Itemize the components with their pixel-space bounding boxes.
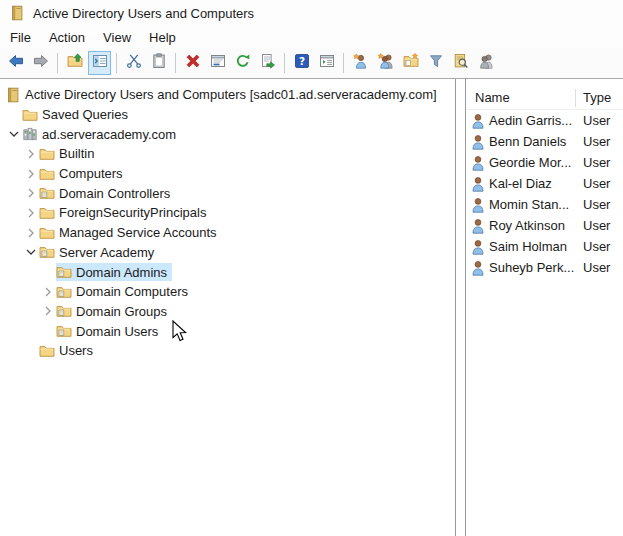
window-title: Active Directory Users and Computers <box>33 6 254 21</box>
user-type: User <box>576 239 610 254</box>
user-icon <box>471 239 486 255</box>
tree-item[interactable]: Active Directory Users and Computers [sa… <box>0 85 455 105</box>
menu-bar: FileActionViewHelp <box>0 26 623 48</box>
folder-icon <box>39 146 56 162</box>
toolbar-delete-button[interactable] <box>181 51 204 75</box>
toolbar-properties-button[interactable] <box>206 51 229 75</box>
tree-item[interactable]: Users <box>0 341 455 361</box>
tree-item[interactable]: Domain Admins <box>0 262 455 282</box>
toolbar-filter-button[interactable] <box>424 51 447 75</box>
toolbar-find-button[interactable] <box>449 51 472 75</box>
cut-icon <box>126 53 142 73</box>
forward-arrow-icon <box>33 53 49 73</box>
menu-item-help[interactable]: Help <box>140 28 185 47</box>
user-icon <box>471 218 486 234</box>
list-item[interactable]: Aedin Garris... User <box>466 110 623 131</box>
folder-icon <box>39 343 56 359</box>
user-type: User <box>576 155 610 170</box>
list-item[interactable]: Suheyb Perk... User <box>466 257 623 278</box>
properties-icon <box>210 53 226 73</box>
toolbar-up-one-level-button[interactable] <box>63 51 86 75</box>
console-tree-pane[interactable]: Active Directory Users and Computers [sa… <box>0 79 456 536</box>
ou-folder-icon <box>56 264 73 280</box>
user-name: Momin Stan... <box>489 197 576 212</box>
tree-item[interactable]: Managed Service Accounts <box>0 223 455 243</box>
toolbar-cut-button[interactable] <box>122 51 145 75</box>
tree-item-label: Active Directory Users and Computers [sa… <box>22 86 442 103</box>
menu-item-action[interactable]: Action <box>40 28 94 47</box>
main-area: Active Directory Users and Computers [sa… <box>0 79 623 536</box>
tree-item[interactable]: Domain Users <box>0 321 455 341</box>
list-item[interactable]: Saim Holman User <box>466 236 623 257</box>
tree-item[interactable]: Server Academy <box>0 243 455 263</box>
chevron-collapsed-icon[interactable] <box>22 146 39 162</box>
user-name: Aedin Garris... <box>489 113 576 128</box>
svg-text:?: ? <box>298 55 304 67</box>
toolbar-people-button[interactable] <box>474 51 497 75</box>
tree-item-label: Saved Queries <box>39 106 133 123</box>
toolbar-separator <box>116 53 117 73</box>
tree-item-label: Domain Controllers <box>56 185 175 202</box>
tree-item-label: Builtin <box>56 145 99 162</box>
list-item[interactable]: Benn Daniels User <box>466 131 623 152</box>
chevron-expanded-icon[interactable] <box>5 126 22 142</box>
chevron-placeholder <box>39 323 56 339</box>
tree-item[interactable]: ad.serveracademy.com <box>0 124 455 144</box>
list-item[interactable]: Roy Atkinson User <box>466 215 623 236</box>
tree-item[interactable]: Domain Controllers <box>0 183 455 203</box>
tree-item-label: Managed Service Accounts <box>56 224 222 241</box>
toolbar-new-group-button[interactable] <box>374 51 397 75</box>
tree-item[interactable]: Domain Computers <box>0 282 455 302</box>
toolbar-separator <box>175 53 176 73</box>
chevron-placeholder <box>5 107 22 123</box>
tree-item[interactable]: Computers <box>0 164 455 184</box>
list-item[interactable]: Momin Stan... User <box>466 194 623 215</box>
show-console-tree-icon <box>92 53 108 73</box>
pane-splitter[interactable] <box>456 79 465 536</box>
result-list-pane[interactable]: Name Type Aedin Garris... User Benn Dani… <box>465 79 623 536</box>
list-item[interactable]: Kal-el Diaz User <box>466 173 623 194</box>
chevron-collapsed-icon[interactable] <box>22 166 39 182</box>
toolbar-new-user-button[interactable] <box>349 51 372 75</box>
tree-item[interactable]: Domain Groups <box>0 302 455 322</box>
toolbar-clipboard-button[interactable] <box>147 51 170 75</box>
toolbar-help-button[interactable]: ? <box>290 51 313 75</box>
tree-item-label: Domain Admins <box>73 264 172 281</box>
tree-item-label: ad.serveracademy.com <box>39 126 181 143</box>
toolbar-refresh-button[interactable] <box>231 51 254 75</box>
delete-icon <box>185 53 201 73</box>
user-type: User <box>576 176 610 191</box>
chevron-placeholder <box>22 343 39 359</box>
filter-icon <box>428 53 444 73</box>
tree-item[interactable]: Saved Queries <box>0 105 455 125</box>
tree-item[interactable]: Builtin <box>0 144 455 164</box>
chevron-collapsed-icon[interactable] <box>22 185 39 201</box>
user-icon <box>471 155 486 171</box>
column-header-name[interactable]: Name <box>466 89 576 107</box>
menu-item-view[interactable]: View <box>94 28 140 47</box>
toolbar-console-window-button[interactable] <box>315 51 338 75</box>
ou-folder-icon <box>56 284 73 300</box>
folder-icon <box>39 225 56 241</box>
toolbar-new-ou-button[interactable] <box>399 51 422 75</box>
title-bar: Active Directory Users and Computers <box>0 0 623 26</box>
ou-folder-icon <box>39 185 56 201</box>
toolbar-export-list-button[interactable] <box>256 51 279 75</box>
toolbar-separator <box>343 53 344 73</box>
chevron-collapsed-icon[interactable] <box>22 205 39 221</box>
chevron-collapsed-icon[interactable] <box>22 225 39 241</box>
chevron-collapsed-icon[interactable] <box>39 284 56 300</box>
toolbar-show-console-tree-button[interactable] <box>88 51 111 75</box>
user-type: User <box>576 197 610 212</box>
toolbar-forward-arrow-button[interactable] <box>29 51 52 75</box>
back-arrow-icon <box>8 53 24 73</box>
toolbar-back-arrow-button[interactable] <box>4 51 27 75</box>
list-item[interactable]: Geordie Mor... User <box>466 152 623 173</box>
user-type: User <box>576 134 610 149</box>
menu-item-file[interactable]: File <box>1 28 40 47</box>
chevron-collapsed-icon[interactable] <box>39 303 56 319</box>
column-header-type[interactable]: Type <box>576 90 611 105</box>
chevron-expanded-icon[interactable] <box>22 244 39 260</box>
tree-item-label: Domain Groups <box>73 303 172 320</box>
tree-item[interactable]: ForeignSecurityPrincipals <box>0 203 455 223</box>
